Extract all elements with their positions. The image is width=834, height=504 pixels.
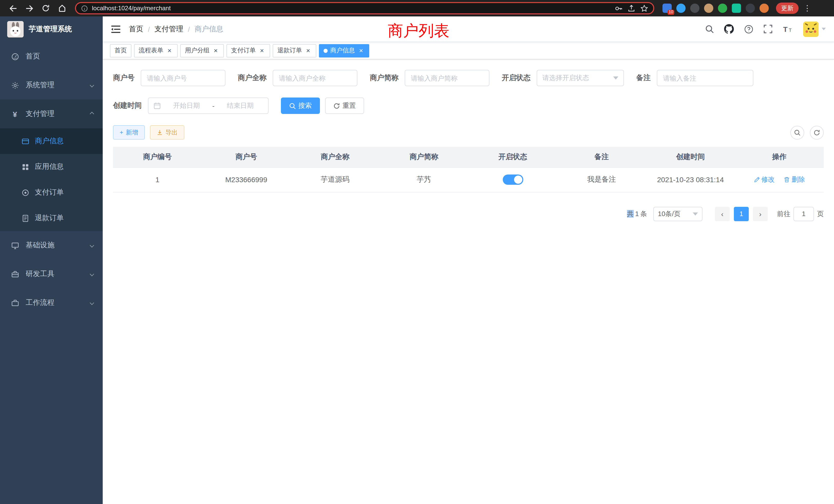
field-label: 商户全称: [238, 73, 266, 83]
page-1-button[interactable]: 1: [734, 207, 749, 221]
next-page-button[interactable]: ›: [753, 207, 768, 221]
site-info-icon[interactable]: [81, 5, 88, 12]
edit-link[interactable]: 修改: [754, 175, 775, 184]
tab-merchant-info[interactable]: 商户信息 ×: [319, 44, 369, 57]
extension-icon-7[interactable]: [746, 4, 755, 13]
merchant-short-name-input[interactable]: [405, 70, 489, 86]
field-label: 备注: [636, 73, 651, 83]
document-icon: [21, 214, 30, 222]
remark-input[interactable]: [657, 70, 753, 86]
help-question-icon[interactable]: [744, 24, 753, 33]
sidebar-subitem-label: 应用信息: [35, 162, 64, 171]
reset-button[interactable]: 重置: [325, 97, 364, 114]
caret-down-icon: [613, 76, 618, 79]
goto-suffix: 页: [817, 209, 824, 219]
user-menu[interactable]: [803, 21, 826, 37]
browser-menu-icon[interactable]: ⋮: [803, 4, 812, 13]
sidebar-subitem-payment-order[interactable]: 支付订单: [0, 180, 103, 205]
merchant-no-input[interactable]: [141, 70, 225, 86]
sidebar-item-label: 研发工具: [26, 270, 54, 279]
tab-refund-order[interactable]: 退款订单 ×: [273, 44, 316, 57]
browser-back-icon[interactable]: [5, 1, 21, 16]
bookmark-star-icon[interactable]: [640, 4, 648, 12]
extension-icon-3[interactable]: [690, 4, 699, 13]
font-size-icon[interactable]: TT: [783, 25, 793, 33]
extension-icon-4[interactable]: [704, 4, 713, 13]
screen: localhost:1024/pay/merchant 10: [0, 0, 834, 504]
fullscreen-icon[interactable]: [764, 25, 772, 33]
extension-icon-6[interactable]: [732, 4, 741, 13]
breadcrumb-separator: /: [148, 25, 150, 33]
cell-create-time: 2021-10-23 08:31:14: [646, 167, 735, 192]
app-logo[interactable]: 芋道管理系统: [0, 17, 103, 42]
hamburger-menu-icon[interactable]: [111, 25, 121, 33]
tab-payment-order[interactable]: 支付订单 ×: [226, 44, 270, 57]
dashboard-icon: [10, 53, 20, 60]
browser-forward-icon[interactable]: [22, 1, 37, 16]
chevron-down-icon: [90, 301, 94, 305]
sidebar-menu: 首页 系统管理 ¥ 支付管理: [0, 42, 103, 317]
extension-icon-5[interactable]: [718, 4, 727, 13]
merchant-name-input[interactable]: [273, 70, 357, 86]
add-button[interactable]: + 新增: [113, 125, 145, 140]
tab-user-group[interactable]: 用户分组 ×: [180, 44, 224, 57]
cell-actions: 修改 删除: [735, 167, 824, 192]
filter-row-1: 商户号 商户全称 商户简称 开启状态 请选择开启状态: [113, 70, 824, 86]
chevron-left-icon: ‹: [721, 210, 723, 218]
tab-home[interactable]: 首页: [110, 44, 131, 57]
browser-update-button[interactable]: 更新: [776, 3, 798, 14]
sidebar-subitem-app-info[interactable]: 应用信息: [0, 154, 103, 180]
github-icon[interactable]: [724, 24, 734, 34]
close-icon[interactable]: ×: [212, 47, 219, 54]
extension-icon-2[interactable]: [676, 4, 686, 13]
toggle-search-button[interactable]: [790, 125, 804, 139]
filter-create-time: 创建时间 开始日期 - 结束日期: [113, 97, 269, 114]
search-icon[interactable]: [705, 25, 714, 33]
select-placeholder: 请选择开启状态: [542, 73, 589, 83]
tab-process-form[interactable]: 流程表单 ×: [134, 44, 178, 57]
close-icon[interactable]: ×: [357, 47, 365, 54]
close-icon[interactable]: ×: [166, 47, 173, 54]
page-size-select[interactable]: 10条/页: [653, 207, 703, 221]
export-button[interactable]: 导出: [150, 125, 184, 140]
search-button[interactable]: 搜索: [281, 97, 320, 114]
sidebar-item-label: 首页: [26, 52, 40, 61]
cell-merchant-id: 1: [113, 167, 202, 192]
total-count: 1: [635, 210, 639, 217]
sidebar-item-dev-tools[interactable]: 研发工具: [0, 260, 103, 289]
user-avatar[interactable]: [803, 21, 818, 37]
browser-address-bar[interactable]: localhost:1024/pay/merchant: [75, 2, 654, 14]
breadcrumb-item-home[interactable]: 首页: [129, 24, 143, 33]
browser-home-icon[interactable]: [54, 1, 70, 16]
sidebar-payment-group: ¥ 支付管理 商户信息 应用信息: [0, 99, 103, 231]
status-toggle[interactable]: [503, 175, 523, 185]
sidebar-item-infrastructure[interactable]: 基础设施: [0, 231, 103, 260]
sidebar-item-payment[interactable]: ¥ 支付管理: [0, 99, 103, 128]
sidebar-subitem-merchant-info[interactable]: 商户信息: [0, 128, 103, 154]
delete-link[interactable]: 删除: [784, 175, 805, 184]
close-icon[interactable]: ×: [258, 47, 265, 54]
table-row: 1 M233666999 芋道源码 芋艿 我是备注 2021-10-23 08:…: [113, 167, 824, 192]
goto-page-input[interactable]: [793, 207, 814, 221]
sidebar-item-system[interactable]: 系统管理: [0, 71, 103, 99]
breadcrumb-item-payment[interactable]: 支付管理: [155, 24, 183, 33]
sidebar-subitem-refund-order[interactable]: 退款订单: [0, 205, 103, 231]
share-icon[interactable]: [628, 4, 635, 12]
end-date-placeholder: 结束日期: [218, 101, 263, 110]
password-key-icon[interactable]: [615, 4, 622, 12]
page-content: 商户号 商户全称 商户简称 开启状态 请选择开启状态: [103, 60, 834, 504]
cell-merchant-short-name: 芋艿: [379, 167, 468, 192]
browser-reload-icon[interactable]: [38, 1, 53, 16]
sidebar-item-workflow[interactable]: 工作流程: [0, 289, 103, 317]
status-select[interactable]: 请选择开启状态: [537, 70, 624, 86]
close-icon[interactable]: ×: [305, 47, 312, 54]
pagination-total: 共1条: [627, 209, 647, 219]
extension-icon-8[interactable]: [760, 4, 769, 13]
field-label: 创建时间: [113, 101, 142, 110]
create-time-range-picker[interactable]: 开始日期 - 结束日期: [148, 97, 269, 114]
refresh-button[interactable]: [810, 125, 824, 139]
sidebar-item-home[interactable]: 首页: [0, 42, 103, 71]
tab-label: 首页: [114, 46, 127, 55]
extension-icon-1[interactable]: 10: [662, 4, 672, 13]
prev-page-button[interactable]: ‹: [715, 207, 730, 221]
